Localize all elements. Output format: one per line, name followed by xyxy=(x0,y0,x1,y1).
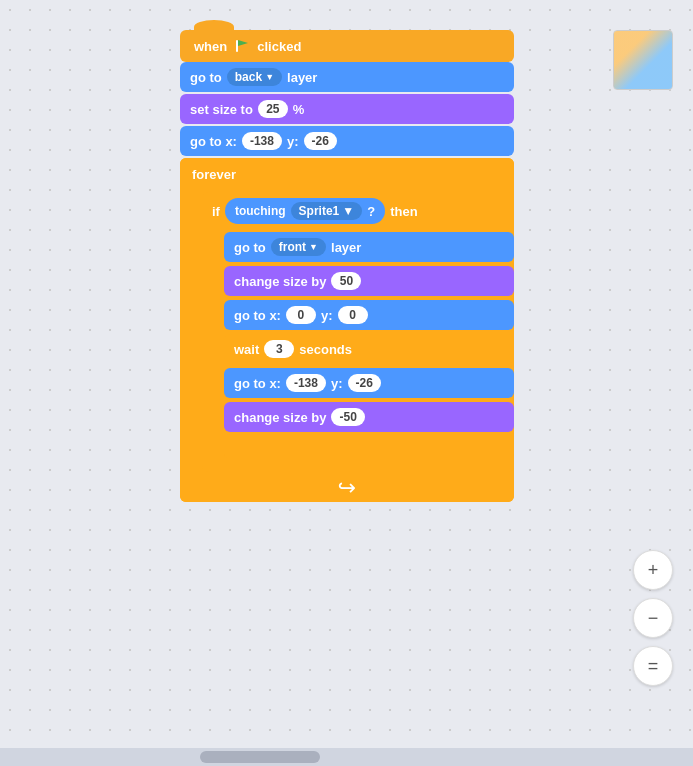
forever-label: forever xyxy=(192,167,236,182)
zoom-out-button[interactable]: − xyxy=(633,598,673,638)
go-to-xy-1-block[interactable]: go to x: -138 y: -26 xyxy=(180,126,514,156)
set-size-block[interactable]: set size to 25 % xyxy=(180,94,514,124)
front-dropdown[interactable]: front ▼ xyxy=(271,238,326,256)
forever-inner: if touching Sprite1 ▼ ? then xyxy=(202,190,514,474)
y2-label: y: xyxy=(321,308,333,323)
y1-value[interactable]: -26 xyxy=(304,132,337,150)
zoom-fit-button[interactable]: = xyxy=(633,646,673,686)
horizontal-scrollbar[interactable] xyxy=(0,748,693,766)
y2-value[interactable]: 0 xyxy=(338,306,368,324)
front-arrow: ▼ xyxy=(309,242,318,252)
change-size-1-block[interactable]: change size by 50 xyxy=(224,266,514,296)
size-value[interactable]: 25 xyxy=(258,100,288,118)
dropdown-arrow: ▼ xyxy=(265,72,274,82)
go-to-label: go to xyxy=(190,70,222,85)
seconds-label: seconds xyxy=(299,342,352,357)
go-to-back-layer-block[interactable]: go to back ▼ layer xyxy=(180,62,514,92)
if-block[interactable]: if touching Sprite1 ▼ ? then xyxy=(202,192,514,472)
wait-value[interactable]: 3 xyxy=(264,340,294,358)
clicked-label: clicked xyxy=(257,39,301,54)
forever-header: forever xyxy=(180,158,514,190)
if-label: if xyxy=(212,204,220,219)
y1-label: y: xyxy=(287,134,299,149)
go-to-xy-2-block[interactable]: go to x: 0 y: 0 xyxy=(224,300,514,330)
sprite-name: Sprite1 xyxy=(299,204,340,218)
wait-block[interactable]: wait 3 seconds xyxy=(224,334,514,364)
forever-block[interactable]: forever if touching Sprite1 ▼ xyxy=(180,158,514,502)
y3-value[interactable]: -26 xyxy=(348,374,381,392)
workspace: + − = when clicked go to back xyxy=(0,0,693,766)
flag-icon xyxy=(234,38,250,54)
touching-condition[interactable]: touching Sprite1 ▼ ? xyxy=(225,198,385,224)
wait-label: wait xyxy=(234,342,259,357)
when-flag-clicked-block[interactable]: when clicked xyxy=(180,30,514,62)
x1-value[interactable]: -138 xyxy=(242,132,282,150)
go-to-front-label: go to xyxy=(234,240,266,255)
go-to-x3-label: go to x: xyxy=(234,376,281,391)
blocks-area: when clicked go to back ▼ layer xyxy=(180,30,514,502)
repeat-arrow-icon: ↩ xyxy=(338,475,356,501)
front-layer-label: layer xyxy=(331,240,361,255)
scrollbar-thumb[interactable] xyxy=(200,751,320,763)
go-to-x-label: go to x: xyxy=(190,134,237,149)
back-dropdown[interactable]: back ▼ xyxy=(227,68,282,86)
touching-label: touching xyxy=(235,204,286,218)
x3-value[interactable]: -138 xyxy=(286,374,326,392)
change-size-1-label: change size by xyxy=(234,274,326,289)
zoom-in-button[interactable]: + xyxy=(633,550,673,590)
go-to-x2-label: go to x: xyxy=(234,308,281,323)
if-header: if touching Sprite1 ▼ ? then xyxy=(202,192,514,230)
sprite-dropdown[interactable]: Sprite1 ▼ xyxy=(291,202,363,220)
go-to-front-layer-block[interactable]: go to front ▼ layer xyxy=(224,232,514,262)
if-bottom-bar xyxy=(224,438,514,458)
go-to-xy-3-block[interactable]: go to x: -138 y: -26 xyxy=(224,368,514,398)
when-label: when xyxy=(194,39,227,54)
x2-value[interactable]: 0 xyxy=(286,306,316,324)
sprite-arrow: ▼ xyxy=(342,204,354,218)
change-size-2-value[interactable]: -50 xyxy=(331,408,364,426)
minimap xyxy=(613,30,673,90)
change-size-2-label: change size by xyxy=(234,410,326,425)
minimap-thumbnail xyxy=(614,31,672,89)
block-stack: when clicked go to back ▼ layer xyxy=(180,30,514,502)
y3-label: y: xyxy=(331,376,343,391)
svg-marker-1 xyxy=(238,40,248,46)
percent-label: % xyxy=(293,102,305,117)
change-size-2-block[interactable]: change size by -50 xyxy=(224,402,514,432)
layer-label: layer xyxy=(287,70,317,85)
svg-rect-0 xyxy=(236,40,238,52)
set-size-label: set size to xyxy=(190,102,253,117)
zoom-controls: + − = xyxy=(633,550,673,686)
forever-footer: ↩ xyxy=(180,474,514,502)
question-mark: ? xyxy=(367,204,375,219)
change-size-1-value[interactable]: 50 xyxy=(331,272,361,290)
then-label: then xyxy=(390,204,417,219)
if-inner: go to front ▼ layer change size by 5 xyxy=(224,230,514,460)
if-footer xyxy=(202,460,514,472)
